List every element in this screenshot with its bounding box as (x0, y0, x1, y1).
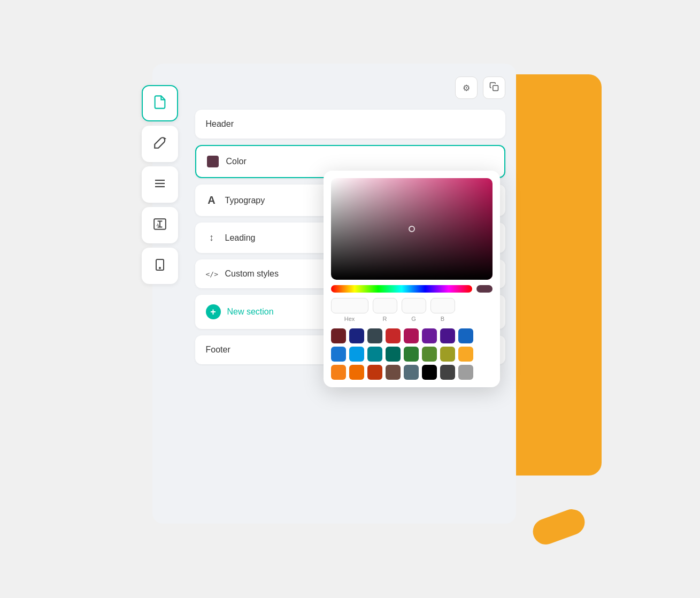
hue-slider[interactable] (331, 285, 472, 293)
document-icon (152, 95, 167, 112)
custom-styles-icon: </> (206, 270, 218, 278)
copy-icon (489, 82, 499, 94)
swatch-1-1[interactable] (349, 347, 364, 362)
hue-opacity-row (331, 285, 493, 293)
hex-field: 5C3546 Hex (331, 298, 368, 322)
footer-label: Footer (206, 345, 230, 355)
hex-label: Hex (344, 316, 355, 322)
sidebar: A (142, 85, 178, 284)
b-field: 70 B (430, 298, 455, 322)
color-label: Color (226, 157, 247, 166)
translate-icon: A (153, 217, 167, 233)
rgba-inputs: 5C3546 Hex 92 R 53 G 70 B (331, 298, 493, 322)
swatch-1-4[interactable] (404, 347, 419, 362)
custom-styles-label: Custom styles (225, 269, 279, 279)
swatch-2-2[interactable] (367, 365, 382, 380)
typography-label: Typograpy (225, 196, 265, 205)
swatch-2-6[interactable] (440, 365, 455, 380)
svg-rect-0 (493, 86, 498, 91)
color-gradient-area[interactable] (331, 178, 493, 280)
swatch-1-2[interactable] (367, 347, 382, 362)
swatch-row-1 (331, 347, 493, 362)
swatch-1-3[interactable] (386, 347, 401, 362)
swatch-1-5[interactable] (422, 347, 437, 362)
header-label: Header (206, 119, 234, 129)
copy-button[interactable] (483, 76, 505, 99)
swatch-row-0 (331, 328, 493, 343)
menu-icon (153, 177, 166, 192)
r-input[interactable]: 92 (373, 298, 397, 313)
swatch-1-7[interactable] (458, 347, 473, 362)
gear-icon: ⚙ (463, 83, 470, 93)
swatch-0-6[interactable] (440, 328, 455, 343)
color-swatches (331, 328, 493, 380)
b-label: B (441, 316, 444, 322)
color-picker-popup: 5C3546 Hex 92 R 53 G 70 B (324, 171, 500, 387)
typography-icon: A (206, 194, 218, 206)
swatch-0-0[interactable] (331, 328, 346, 343)
g-input[interactable]: 53 (402, 298, 426, 313)
opacity-slider[interactable] (476, 285, 493, 293)
swatch-2-7[interactable] (458, 365, 473, 380)
swatch-0-5[interactable] (422, 328, 437, 343)
toolbar: ⚙ (195, 76, 505, 99)
swatch-2-1[interactable] (349, 365, 364, 380)
settings-button[interactable]: ⚙ (455, 76, 478, 99)
swatch-0-7[interactable] (458, 328, 473, 343)
swatch-0-2[interactable] (367, 328, 382, 343)
sidebar-item-document[interactable] (142, 85, 178, 121)
swatch-2-4[interactable] (404, 365, 419, 380)
sidebar-item-mobile[interactable] (142, 248, 178, 284)
mobile-icon (153, 258, 166, 273)
new-section-label: New section (227, 307, 274, 317)
svg-point-7 (159, 267, 160, 269)
swatch-row-2 (331, 365, 493, 380)
sidebar-item-brush[interactable] (142, 126, 178, 162)
g-label: G (411, 316, 416, 322)
brush-icon (153, 136, 167, 152)
swatch-1-0[interactable] (331, 347, 346, 362)
swatch-0-4[interactable] (404, 328, 419, 343)
sidebar-item-menu[interactable] (142, 166, 178, 203)
color-swatch-preview (207, 156, 219, 167)
swatch-2-0[interactable] (331, 365, 346, 380)
hex-input[interactable]: 5C3546 (331, 298, 368, 313)
new-section-plus-icon: + (206, 304, 221, 319)
sidebar-item-translate[interactable]: A (142, 207, 178, 243)
r-field: 92 R (373, 298, 397, 322)
leading-label: Leading (225, 233, 256, 243)
picker-cursor[interactable] (409, 226, 415, 232)
orange-pill-decoration (529, 505, 588, 548)
swatch-0-3[interactable] (386, 328, 401, 343)
r-label: R (383, 316, 387, 322)
swatch-2-3[interactable] (386, 365, 401, 380)
leading-icon: ↕ (206, 232, 218, 243)
swatch-2-5[interactable] (422, 365, 437, 380)
b-input[interactable]: 70 (430, 298, 455, 313)
swatch-1-6[interactable] (440, 347, 455, 362)
swatch-0-1[interactable] (349, 328, 364, 343)
g-field: 53 G (402, 298, 426, 322)
list-item-header[interactable]: Header (195, 110, 505, 139)
